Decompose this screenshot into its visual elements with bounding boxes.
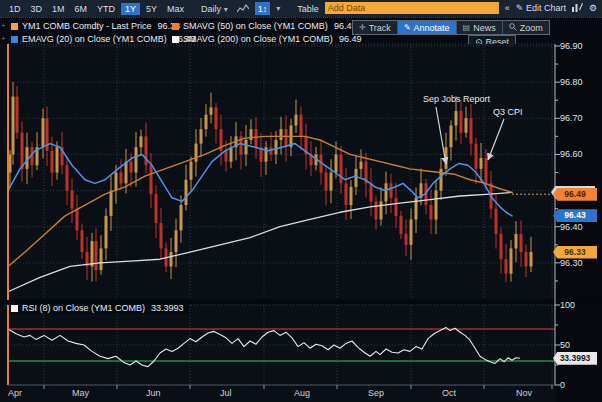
annotation-sep-jobs-report[interactable]: Sep Jobs Report [423, 94, 490, 104]
bloomberg-chart-window: 1D 3D 1M 6M YTD 1Y 5Y Max Daily ▾ 1↕ ▾ T… [0, 0, 602, 402]
rsi-legend-label: RSI (8) on Close (YM1 COMB) [22, 303, 145, 313]
pane-left-edge [7, 44, 9, 300]
rsi-legend[interactable]: RSI (8) on Close (YM1 COMB) 33.3993 [9, 302, 189, 314]
annotation-q3-cpi[interactable]: Q3 CPI [493, 107, 523, 117]
chart-plot-area[interactable] [0, 0, 602, 402]
rsi-swatch [11, 305, 18, 312]
rsi-legend-value: 33.3993 [145, 303, 184, 313]
